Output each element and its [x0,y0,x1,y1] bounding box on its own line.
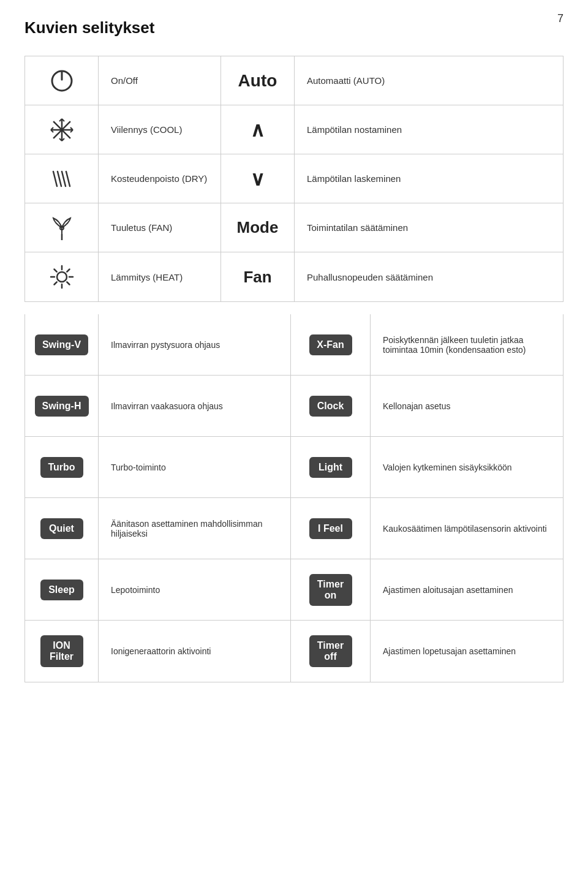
swingh-desc: Ilmavirran vaakasuora ohjaus [99,376,291,436]
fan-speed-desc: Puhallusnopeuden säätäminen [295,252,563,301]
mode-symbol: Mode [221,203,295,252]
up-symbol: ∧ [221,105,295,154]
bottom-row-swingv: Swing-V Ilmavirran pystysuora ohjaus X-F… [25,314,563,376]
page-number: 7 [557,12,564,25]
turbo-badge-cell: Turbo [25,437,99,497]
timeron-badge: Timer on [309,574,352,606]
swingv-desc: Ilmavirran pystysuora ohjaus [99,314,291,375]
swingh-badge-cell: Swing-H [25,376,99,436]
clock-badge-cell: Clock [291,376,371,436]
light-badge-cell: Light [291,437,371,497]
timeroff-badge: Timer off [309,635,352,667]
ion-desc: Ionigeneraattorin aktivointi [99,621,291,682]
swingv-badge-cell: Swing-V [25,314,99,375]
cool-label: Viilennys (COOL) [99,105,221,154]
top-row-fan: Tuuletus (FAN) Mode Toimintatilan säätäm… [25,203,563,252]
snowflake-icon [25,105,99,154]
fan-symbol: Fan [221,252,295,301]
quiet-desc: Äänitason asettaminen mahdollisimman hil… [99,498,291,559]
clock-desc: Kellonajan asetus [371,376,563,436]
top-row-heat: Lämmitys (HEAT) Fan Puhallusnopeuden sää… [25,252,563,301]
dry-label: Kosteudenpoisto (DRY) [99,154,221,203]
dry-icon [25,154,99,203]
bottom-row-ion: ION Filter Ionigeneraattorin aktivointi … [25,621,563,682]
sleep-badge-cell: Sleep [25,559,99,620]
quiet-badge-cell: Quiet [25,498,99,559]
fan-icon [25,203,99,252]
down-desc: Lämpötilan laskeminen [295,154,563,203]
ifeel-desc: Kaukosäätimen lämpötilasensorin aktivoin… [371,498,563,559]
timeroff-desc: Ajastimen lopetusajan asettaminen [371,621,563,682]
up-desc: Lämpötilan nostaminen [295,105,563,154]
svg-line-15 [58,172,61,186]
bottom-row-turbo: Turbo Turbo-toiminto Light Valojen kytke… [25,437,563,498]
down-symbol: ∨ [221,154,295,203]
clock-badge: Clock [309,396,352,417]
swingh-badge: Swing-H [35,396,89,417]
bottom-section: Swing-V Ilmavirran pystysuora ohjaus X-F… [24,314,564,682]
top-row-cool: Viilennys (COOL) ∧ Lämpötilan nostaminen [25,105,563,154]
xfan-badge-cell: X-Fan [291,314,371,375]
swingv-badge: Swing-V [35,334,88,355]
ion-badge-cell: ION Filter [25,621,99,682]
mode-desc: Toimintatilan säätäminen [295,203,563,252]
svg-point-20 [57,272,67,282]
top-row-onoff: On/Off Auto Automaatti (AUTO) [25,56,563,105]
heat-icon [25,252,99,301]
fan-label: Tuuletus (FAN) [99,203,221,252]
light-desc: Valojen kytkeminen sisäyksikköön [371,437,563,497]
top-section: On/Off Auto Automaatti (AUTO) [24,56,564,302]
svg-line-28 [54,282,56,284]
svg-line-14 [53,172,57,186]
svg-line-27 [67,270,69,272]
ifeel-badge: I Feel [309,518,352,539]
ion-badge: ION Filter [40,635,83,667]
bottom-row-quiet: Quiet Äänitason asettaminen mahdollisimm… [25,498,563,559]
bottom-row-swingh: Swing-H Ilmavirran vaakasuora ohjaus Clo… [25,376,563,437]
timeron-badge-cell: Timer on [291,559,371,620]
svg-line-16 [62,172,66,186]
timeron-desc: Ajastimen aloitusajan asettaminen [371,559,563,620]
svg-line-26 [67,282,69,284]
svg-line-17 [66,172,70,186]
auto-symbol: Auto [221,56,295,105]
sleep-badge: Sleep [40,580,83,600]
onoff-label: On/Off [99,56,221,105]
xfan-desc: Poiskytkennän jälkeen tuuletin jatkaa to… [371,314,563,375]
light-badge: Light [309,457,352,478]
top-row-dry: Kosteudenpoisto (DRY) ∨ Lämpötilan laske… [25,154,563,203]
timeroff-badge-cell: Timer off [291,621,371,682]
power-icon [25,56,99,105]
bottom-row-sleep: Sleep Lepotoiminto Timer on Ajastimen al… [25,559,563,621]
xfan-badge: X-Fan [309,334,352,355]
sleep-desc: Lepotoiminto [99,559,291,620]
quiet-badge: Quiet [40,518,83,539]
ifeel-badge-cell: I Feel [291,498,371,559]
turbo-badge: Turbo [40,457,83,478]
heat-label: Lämmitys (HEAT) [99,252,221,301]
auto-desc: Automaatti (AUTO) [295,56,563,105]
svg-line-25 [54,270,56,272]
turbo-desc: Turbo-toiminto [99,437,291,497]
page-title: Kuvien selitykset [24,18,564,37]
